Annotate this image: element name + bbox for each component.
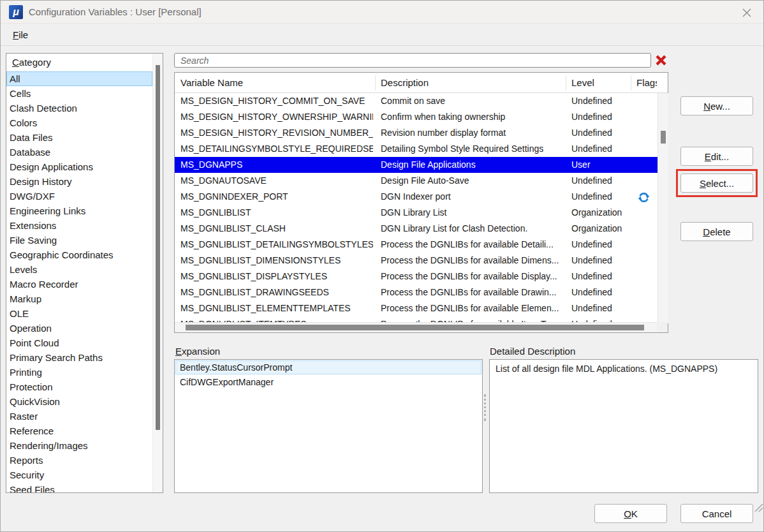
category-item[interactable]: Reference [6,424,152,438]
table-horizontal-scrollbar-thumb[interactable] [186,325,644,330]
category-item[interactable]: File Saving [6,233,152,248]
table-row[interactable]: MS_DGNLIBLIST_DIMENSIONSTYLESProcess the… [175,253,657,269]
column-header-description[interactable]: Description [375,73,566,92]
window-title: Configuration Variables : User [Personal… [29,1,202,23]
select-button[interactable]: Select... [680,174,753,193]
ok-button[interactable]: OK [594,504,667,523]
expansion-item[interactable]: CifDWGExportManager [175,375,481,389]
column-divider[interactable] [566,75,566,91]
column-divider[interactable] [631,75,631,91]
category-item[interactable]: Geographic Coordinates [6,248,152,262]
category-item[interactable]: DWG/DXF [6,189,152,203]
category-item[interactable]: Markup [6,292,152,306]
description-cell: Detailing Symbol Style Required Settings [381,141,564,157]
category-item[interactable]: Raster [6,409,152,424]
category-item[interactable]: Security [6,468,152,482]
level-cell: Undefined [571,300,630,316]
level-cell: User [571,157,630,173]
variable-name-cell: MS_DGNLIBLIST [180,205,373,221]
table-row[interactable]: MS_DGNLIBLIST_DISPLAYSTYLESProcess the D… [175,269,657,284]
expansion-item[interactable]: Bentley.StatusCursorPrompt [175,360,481,374]
category-item[interactable]: Rendering/Images [6,438,152,453]
title-bar[interactable]: μ Configuration Variables : User [Person… [1,1,763,24]
variables-table: Variable Name Description Level Flags MS… [174,72,668,333]
category-item[interactable]: Data Files [6,130,152,145]
category-item[interactable]: Operation [6,321,152,336]
table-row[interactable]: MS_DGNLIBLIST_CLASHDGN Library List for … [175,221,657,237]
table-row[interactable]: MS_DGNINDEXER_PORTDGN Indexer portUndefi… [175,189,657,205]
table-row[interactable]: MS_DGNAPPSDesign File ApplicationsUser [175,157,657,173]
category-item[interactable]: QuickVision [6,394,152,409]
category-item[interactable]: Colors [6,115,152,130]
category-item[interactable]: All [6,71,152,86]
description-cell: Process the DGNLIBs for available Dimens… [381,253,564,269]
flags-cell [630,109,657,125]
variable-name-cell: MS_DGNLIBLIST_DISPLAYSTYLES [180,269,373,284]
category-scrollbar-thumb[interactable] [156,65,160,430]
column-header-variable-name[interactable]: Variable Name [175,73,375,92]
table-row[interactable]: MS_DESIGN_HISTORY_OWNERSHIP_WARNINGConfi… [175,109,657,125]
menu-file[interactable]: File [11,29,30,41]
level-cell: Undefined [571,93,630,109]
category-item[interactable]: OLE [6,306,152,321]
table-horizontal-scrollbar[interactable] [175,322,657,332]
delete-button[interactable]: Delete [680,222,753,241]
category-item[interactable]: Database [6,145,152,159]
table-row[interactable]: MS_DGNLIBLISTDGN Library ListOrganizatio… [175,205,657,221]
clear-search-button[interactable] [655,54,667,66]
variables-table-header[interactable]: Variable Name Description Level Flags [175,73,668,93]
variable-name-cell: MS_DGNLIBLIST_DIMENSIONSTYLES [180,253,373,269]
description-cell: Revision number display format [381,125,564,141]
category-item[interactable]: Printing [6,365,152,380]
category-item[interactable]: Seed Files [6,482,152,492]
category-item[interactable]: Reports [6,453,152,468]
close-button[interactable] [739,5,754,20]
close-icon [742,8,751,17]
category-item[interactable]: Cells [6,86,152,101]
category-item[interactable]: Levels [6,262,152,277]
category-item[interactable]: Point Cloud [6,336,152,350]
flags-cell [630,221,657,237]
edit-button[interactable]: Edit... [680,147,753,166]
category-item[interactable]: Clash Detection [6,101,152,115]
splitter-handle[interactable] [484,394,486,421]
detailed-description-box: List of all design file MDL Applications… [489,359,758,493]
search-input[interactable] [174,53,651,68]
category-list: AllCellsClash DetectionColorsData FilesD… [6,71,152,492]
expansion-label: Expansion [175,346,220,357]
table-vertical-scrollbar[interactable] [657,93,668,323]
cancel-button[interactable]: Cancel [680,504,753,523]
column-divider[interactable] [375,75,376,91]
category-item[interactable]: Extensions [6,218,152,233]
detailed-description-label: Detailed Description [490,346,575,357]
table-row[interactable]: MS_DESIGN_HISTORY_REVISION_NUMBER_...Rev… [175,125,657,141]
description-cell: Process the DGNLIBs for available Detail… [381,237,564,253]
resize-grip[interactable] [754,503,763,512]
variable-name-cell: MS_DGNLIBLIST_ELEMENTTEMPLATES [180,300,373,316]
category-item[interactable]: Primary Search Paths [6,350,152,365]
table-row[interactable]: MS_DGNLIBLIST_ELEMENTTEMPLATESProcess th… [175,300,657,316]
table-vertical-scrollbar-thumb[interactable] [661,131,666,144]
category-scrollbar[interactable] [152,54,163,492]
column-header-flags[interactable]: Flags [631,73,657,92]
clear-search-icon [655,54,667,66]
table-row[interactable]: MS_DGNLIBLIST_DRAWINGSEEDSProcess the DG… [175,284,657,300]
variable-name-cell: MS_DGNAPPS [180,157,373,173]
category-item[interactable]: Protection [6,380,152,394]
level-cell: Undefined [571,269,630,284]
table-row[interactable]: MS_DGNLIBLIST_DETAILINGSYMBOLSTYLESProce… [175,237,657,253]
table-row[interactable]: MS_DESIGN_HISTORY_COMMIT_ON_SAVECommit o… [175,93,657,109]
category-item[interactable]: Macro Recorder [6,277,152,292]
category-item[interactable]: Design History [6,174,152,189]
level-cell: Undefined [571,189,630,205]
column-header-level[interactable]: Level [566,73,631,92]
refresh-icon[interactable] [637,191,650,204]
new-button[interactable]: New... [680,96,753,115]
table-row[interactable]: MS_DETAILINGSYMBOLSTYLE_REQUIREDSE...Det… [175,141,657,157]
table-row[interactable]: MS_DGNAUTOSAVEDesign File Auto-SaveUndef… [175,173,657,189]
category-item[interactable]: Design Applications [6,159,152,174]
description-cell: DGN Library List [381,205,564,221]
variable-name-cell: MS_DESIGN_HISTORY_COMMIT_ON_SAVE [180,93,373,109]
scrollbar-corner [657,322,668,332]
category-item[interactable]: Engineering Links [6,203,152,218]
